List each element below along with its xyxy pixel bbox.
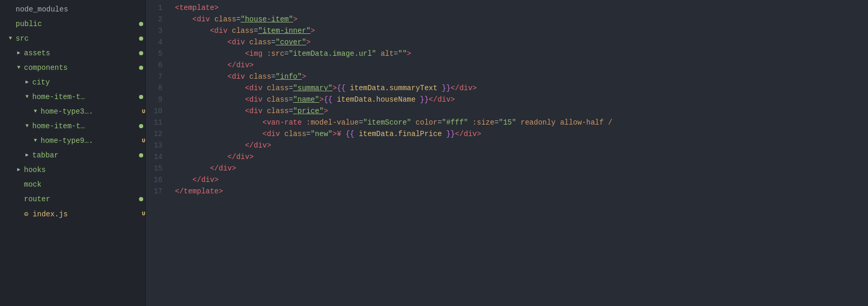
line-number: 9 bbox=[146, 94, 171, 105]
line-number: 11 bbox=[146, 117, 171, 128]
token-equals: = bbox=[494, 118, 498, 127]
sidebar-item-tabbar[interactable]: tabbar bbox=[0, 148, 145, 163]
token-equals: = bbox=[437, 118, 442, 127]
sidebar-item-components[interactable]: components bbox=[0, 60, 145, 75]
token-attr: class bbox=[267, 107, 288, 115]
chevron-icon bbox=[31, 107, 40, 116]
sidebar-item-label: node_modules bbox=[16, 5, 145, 14]
token-tag: <div bbox=[193, 15, 215, 23]
line-number: 5 bbox=[146, 48, 171, 59]
git-badge: U bbox=[142, 108, 145, 115]
token-text bbox=[175, 27, 210, 35]
modified-dot bbox=[139, 153, 143, 157]
token-tag: </template> bbox=[175, 187, 223, 195]
line-content: </div> bbox=[171, 174, 868, 186]
token-text bbox=[175, 84, 245, 92]
code-line: 4 <div class="cover"> bbox=[146, 36, 868, 48]
token-text bbox=[175, 141, 245, 150]
token-attr: class bbox=[232, 27, 254, 35]
line-content: <div class="price"> bbox=[171, 105, 868, 117]
chevron-icon bbox=[23, 78, 31, 87]
modified-dot bbox=[139, 22, 143, 26]
token-tag: <div bbox=[210, 27, 232, 35]
sidebar-item-src[interactable]: src bbox=[0, 31, 145, 46]
token-equals: = bbox=[236, 15, 241, 23]
token-attr: :size bbox=[472, 118, 494, 127]
code-line: 3 <div class="item-inner"> bbox=[146, 25, 868, 36]
token-text bbox=[175, 50, 245, 58]
git-badge: U bbox=[142, 138, 145, 144]
token-tag: > bbox=[332, 84, 336, 92]
token-attr: :src bbox=[267, 50, 284, 58]
line-content: </div> bbox=[171, 163, 868, 174]
token-mustache: }} bbox=[446, 130, 455, 138]
file-tree-sidebar: node_modulespublicsrcassetscomponentscit… bbox=[0, 0, 146, 306]
token-string-underline: "house-item" bbox=[241, 15, 293, 23]
token-tag: > bbox=[302, 72, 306, 81]
line-content: <div class="new">¥ {{ itemData.finalPric… bbox=[171, 128, 868, 140]
token-tag: </div> bbox=[228, 61, 254, 69]
sidebar-item-public[interactable]: public bbox=[0, 17, 145, 31]
token-string-underline: "summary" bbox=[293, 84, 333, 92]
line-content: <div class="name">{{ itemData.houseName … bbox=[171, 94, 868, 105]
sidebar-item-label: home-item-t… bbox=[32, 93, 136, 101]
token-text bbox=[175, 72, 228, 81]
token-tag: </div> bbox=[193, 176, 219, 184]
token-text bbox=[175, 164, 210, 173]
token-string-underline: "price" bbox=[293, 107, 324, 115]
token-tag: > bbox=[324, 107, 328, 115]
line-content: <div class="summary">{{ itemData.summary… bbox=[171, 82, 868, 94]
code-line: 2 <div class="house-item"> bbox=[146, 14, 868, 25]
sidebar-item-hooks[interactable]: hooks bbox=[0, 163, 145, 177]
sidebar-item-home-item-t1[interactable]: home-item-t… bbox=[0, 90, 145, 104]
token-attr: color bbox=[416, 118, 437, 127]
token-equals: = bbox=[288, 84, 293, 92]
token-equals: = bbox=[271, 38, 275, 46]
sidebar-item-home-type3[interactable]: home-type3….U bbox=[0, 104, 145, 119]
sidebar-item-label: tabbar bbox=[32, 151, 136, 160]
sidebar-item-city[interactable]: city bbox=[0, 75, 145, 90]
sidebar-item-home-item-t2[interactable]: home-item-t… bbox=[0, 119, 145, 133]
sidebar-item-home-type9[interactable]: home-type9….U bbox=[0, 133, 145, 148]
line-number: 12 bbox=[146, 128, 171, 140]
token-mustache: }} bbox=[420, 95, 429, 104]
code-line: 15 </div> bbox=[146, 163, 868, 174]
code-line: 13 </div> bbox=[146, 140, 868, 151]
line-content: </div> bbox=[171, 151, 868, 163]
line-content: </template> bbox=[171, 186, 868, 197]
sidebar-item-mock[interactable]: mock bbox=[0, 177, 145, 192]
modified-dot bbox=[139, 36, 143, 41]
sidebar-item-assets[interactable]: assets bbox=[0, 46, 145, 60]
sidebar-item-label: home-type9…. bbox=[41, 137, 140, 145]
line-number: 6 bbox=[146, 59, 171, 71]
sidebar-item-label: home-item-t… bbox=[32, 122, 136, 130]
token-string: "itemData.image.url" bbox=[288, 50, 376, 58]
sidebar-item-index-js[interactable]: ⊙ index.jsU bbox=[0, 206, 145, 221]
sidebar-item-node_modules[interactable]: node_modules bbox=[0, 2, 145, 17]
line-number: 14 bbox=[146, 151, 171, 163]
modified-dot bbox=[139, 124, 143, 128]
token-text bbox=[175, 130, 262, 138]
chevron-icon bbox=[15, 64, 23, 72]
token-tag: <van-rate bbox=[262, 118, 306, 127]
token-equals: = bbox=[394, 50, 398, 58]
token-tag: </div> bbox=[455, 130, 481, 138]
sidebar-item-label: hooks bbox=[24, 166, 145, 174]
modified-dot bbox=[139, 51, 143, 55]
token-tag: >¥ bbox=[332, 130, 345, 138]
token-value: itemData.finalPrice bbox=[359, 130, 446, 138]
line-number: 13 bbox=[146, 140, 171, 151]
line-content: <img :src="itemData.image.url" alt=""> bbox=[171, 48, 868, 59]
token-mustache: {{ bbox=[324, 95, 337, 104]
token-text bbox=[175, 176, 193, 184]
token-string: "new" bbox=[310, 130, 332, 138]
token-string-underline: "cover" bbox=[275, 38, 306, 46]
line-content: </div> bbox=[171, 59, 868, 71]
token-mustache: {{ bbox=[346, 130, 359, 138]
token-tag: <div bbox=[245, 95, 267, 104]
sidebar-item-router[interactable]: router bbox=[0, 192, 145, 206]
token-tag: <div bbox=[262, 130, 284, 138]
token-attr: class bbox=[267, 95, 288, 104]
chevron-icon bbox=[6, 34, 15, 43]
line-content: <div class="cover"> bbox=[171, 36, 868, 48]
